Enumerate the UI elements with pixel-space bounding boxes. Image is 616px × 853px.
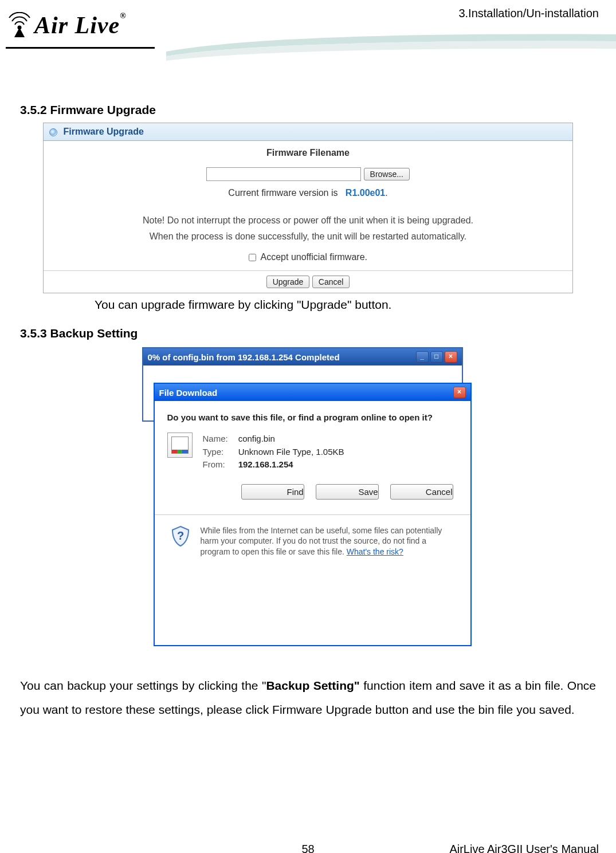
svg-text:?: ?	[176, 529, 183, 542]
cancel-download-button[interactable]: Cancel	[390, 484, 453, 500]
panel-footer: Upgrade Cancel	[44, 270, 572, 293]
header-breadcrumb: 3.Installation/Un-installation	[458, 7, 599, 20]
dialog-stack: 0% of config.bin from 192.168.1.254 Comp…	[142, 347, 474, 657]
accept-unofficial-label: Accept unofficial firmware.	[261, 252, 367, 262]
shield-icon: ?	[170, 525, 191, 547]
warning-text-block: While files from the Internet can be use…	[201, 525, 456, 558]
firmware-file-input[interactable]	[206, 167, 361, 181]
note-line-2: When the process is done successfully, t…	[49, 231, 567, 242]
file-download-dialog: File Download × Do you want to save this…	[154, 383, 472, 646]
progress-titlebar: 0% of config.bin from 192.168.1.254 Comp…	[143, 348, 462, 365]
page-number: 58	[301, 843, 314, 853]
close-icon[interactable]: ×	[445, 351, 457, 363]
panel-titlebar: Firmware Upgrade	[44, 123, 572, 141]
page-content: 3.5.2 Firmware Upgrade Firmware Upgrade …	[0, 80, 616, 722]
file-type-icon	[167, 433, 193, 458]
manual-title: AirLive Air3GII User's Manual	[449, 843, 599, 853]
version-prefix: Current firmware version is	[228, 188, 338, 198]
backup-paragraph: You can backup your settings by clicking…	[20, 674, 596, 722]
note-line-1: Note! Do not interrupt the process or po…	[49, 215, 567, 226]
download-warning: ? While files from the Internet can be u…	[167, 515, 458, 558]
disc-icon	[49, 128, 57, 136]
firmware-filename-label: Firmware Filename	[49, 148, 567, 158]
panel-title: Firmware Upgrade	[63, 127, 143, 136]
file-input-row: Browse...	[49, 167, 567, 181]
download-meta: Name: config.bin Type: Unknown File Type…	[203, 433, 344, 471]
page-header: 3.Installation/Un-installation Air Live®	[0, 0, 616, 80]
airlive-logo: Air Live®	[6, 11, 127, 43]
meta-name-value: config.bin	[238, 434, 275, 443]
para-bold: Backup Setting"	[266, 679, 359, 692]
download-body: Do you want to save this file, or find a…	[155, 401, 470, 569]
heading-3-5-3: 3.5.3 Backup Setting	[20, 327, 596, 340]
para-before: You can backup your settings by clicking…	[20, 679, 266, 692]
upgrade-button[interactable]: Upgrade	[266, 276, 310, 288]
maximize-icon[interactable]: □	[430, 351, 443, 363]
panel-body: Firmware Filename Browse... Current firm…	[44, 141, 572, 270]
current-version-line: Current firmware version is R1.00e01.	[49, 188, 567, 198]
browse-button[interactable]: Browse...	[364, 168, 410, 180]
meta-from-value: 192.168.1.254	[238, 459, 293, 469]
download-question: Do you want to save this file, or find a…	[167, 412, 458, 422]
version-value: R1.00e01	[346, 188, 385, 198]
accept-unofficial-checkbox[interactable]	[249, 254, 256, 261]
accept-unofficial-row: Accept unofficial firmware.	[49, 252, 567, 262]
cancel-button[interactable]: Cancel	[312, 276, 350, 288]
download-title: File Download	[159, 388, 452, 398]
header-swoosh	[166, 29, 616, 63]
download-buttons: Find Save Cancel	[167, 484, 458, 500]
meta-type-value: Unknown File Type, 1.05KB	[238, 447, 344, 457]
minimize-icon[interactable]: _	[416, 351, 429, 363]
save-button[interactable]: Save	[316, 484, 379, 500]
download-titlebar: File Download ×	[155, 384, 470, 401]
firmware-caption: You can upgrade firmware by clicking "Up…	[95, 298, 596, 312]
registered-icon: ®	[120, 11, 126, 20]
logo-underline	[6, 47, 155, 49]
heading-3-5-2: 3.5.2 Firmware Upgrade	[20, 103, 596, 117]
meta-name-key: Name:	[203, 433, 236, 446]
meta-type-key: Type:	[203, 446, 236, 459]
antenna-icon	[6, 12, 33, 43]
whats-the-risk-link[interactable]: What's the risk?	[347, 547, 403, 556]
firmware-upgrade-panel: Firmware Upgrade Firmware Filename Brows…	[43, 123, 573, 293]
download-info: Name: config.bin Type: Unknown File Type…	[167, 433, 458, 471]
warning-text: While files from the Internet can be use…	[201, 526, 442, 557]
version-suffix: .	[385, 188, 387, 198]
close-icon[interactable]: ×	[453, 387, 466, 398]
progress-title: 0% of config.bin from 192.168.1.254 Comp…	[148, 352, 414, 362]
find-button[interactable]: Find	[241, 484, 304, 500]
logo-text: Air Live	[34, 12, 120, 38]
meta-from-key: From:	[203, 458, 236, 471]
